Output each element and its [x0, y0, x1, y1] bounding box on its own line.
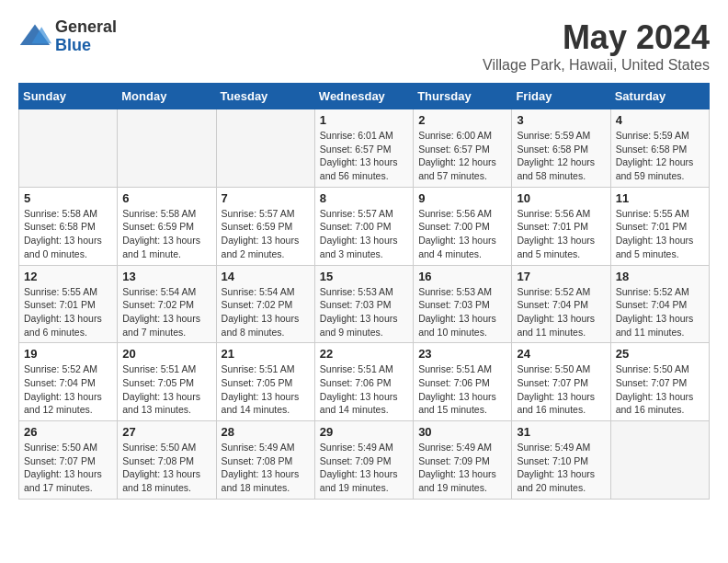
calendar-cell: 11Sunrise: 5:55 AM Sunset: 7:01 PM Dayli…	[610, 187, 709, 265]
day-info: Sunrise: 5:50 AM Sunset: 7:07 PM Dayligh…	[517, 362, 605, 417]
calendar-cell	[610, 421, 709, 500]
header-sunday: Sunday	[19, 84, 118, 109]
calendar-cell: 19Sunrise: 5:52 AM Sunset: 7:04 PM Dayli…	[19, 343, 118, 421]
calendar-cell: 14Sunrise: 5:54 AM Sunset: 7:02 PM Dayli…	[216, 265, 314, 343]
week-row-4: 19Sunrise: 5:52 AM Sunset: 7:04 PM Dayli…	[19, 343, 710, 421]
day-info: Sunrise: 5:55 AM Sunset: 7:01 PM Dayligh…	[24, 285, 112, 339]
day-number: 22	[320, 347, 408, 361]
day-info: Sunrise: 5:56 AM Sunset: 7:01 PM Dayligh…	[517, 207, 605, 261]
day-info: Sunrise: 5:52 AM Sunset: 7:04 PM Dayligh…	[616, 285, 704, 339]
day-number: 4	[616, 113, 704, 127]
calendar-cell: 8Sunrise: 5:57 AM Sunset: 7:00 PM Daylig…	[314, 187, 413, 265]
calendar-cell: 28Sunrise: 5:49 AM Sunset: 7:08 PM Dayli…	[216, 421, 314, 500]
calendar-header: SundayMondayTuesdayWednesdayThursdayFrid…	[19, 84, 710, 109]
day-number: 10	[517, 191, 605, 205]
day-info: Sunrise: 5:51 AM Sunset: 7:05 PM Dayligh…	[122, 362, 210, 417]
day-info: Sunrise: 5:50 AM Sunset: 7:07 PM Dayligh…	[616, 362, 704, 417]
day-number: 6	[122, 191, 210, 205]
week-row-3: 12Sunrise: 5:55 AM Sunset: 7:01 PM Dayli…	[19, 265, 710, 343]
header-monday: Monday	[118, 84, 216, 109]
calendar-cell: 16Sunrise: 5:53 AM Sunset: 7:03 PM Dayli…	[414, 265, 512, 343]
logo: General Blue	[18, 18, 117, 55]
day-info: Sunrise: 6:01 AM Sunset: 6:57 PM Dayligh…	[320, 129, 408, 183]
calendar-cell: 5Sunrise: 5:58 AM Sunset: 6:58 PM Daylig…	[19, 187, 118, 265]
day-number: 1	[320, 113, 408, 127]
calendar-cell: 12Sunrise: 5:55 AM Sunset: 7:01 PM Dayli…	[19, 265, 118, 343]
day-info: Sunrise: 5:52 AM Sunset: 7:04 PM Dayligh…	[517, 285, 605, 339]
day-info: Sunrise: 5:55 AM Sunset: 7:01 PM Dayligh…	[616, 207, 704, 261]
main-title: May 2024	[483, 18, 710, 57]
day-info: Sunrise: 5:56 AM Sunset: 7:00 PM Dayligh…	[418, 207, 506, 261]
calendar-cell: 27Sunrise: 5:50 AM Sunset: 7:08 PM Dayli…	[118, 421, 216, 500]
calendar-cell: 26Sunrise: 5:50 AM Sunset: 7:07 PM Dayli…	[19, 421, 118, 500]
calendar-cell: 10Sunrise: 5:56 AM Sunset: 7:01 PM Dayli…	[512, 187, 610, 265]
day-info: Sunrise: 5:53 AM Sunset: 7:03 PM Dayligh…	[418, 285, 506, 339]
day-number: 26	[24, 425, 112, 439]
logo-general: General	[55, 18, 117, 37]
day-number: 31	[517, 425, 605, 439]
day-number: 23	[418, 347, 506, 361]
day-info: Sunrise: 5:51 AM Sunset: 7:06 PM Dayligh…	[418, 362, 506, 417]
day-number: 15	[320, 270, 408, 283]
calendar-cell: 3Sunrise: 5:59 AM Sunset: 6:58 PM Daylig…	[512, 109, 610, 188]
day-number: 3	[517, 113, 605, 127]
calendar-cell: 7Sunrise: 5:57 AM Sunset: 6:59 PM Daylig…	[216, 187, 314, 265]
day-info: Sunrise: 5:50 AM Sunset: 7:08 PM Dayligh…	[122, 441, 210, 495]
calendar-body: 1Sunrise: 6:01 AM Sunset: 6:57 PM Daylig…	[19, 109, 710, 500]
header-saturday: Saturday	[610, 84, 709, 109]
calendar-cell: 1Sunrise: 6:01 AM Sunset: 6:57 PM Daylig…	[314, 109, 413, 188]
calendar-cell: 31Sunrise: 5:49 AM Sunset: 7:10 PM Dayli…	[512, 421, 610, 500]
day-info: Sunrise: 5:57 AM Sunset: 7:00 PM Dayligh…	[320, 207, 408, 261]
calendar-cell: 15Sunrise: 5:53 AM Sunset: 7:03 PM Dayli…	[314, 265, 413, 343]
calendar-cell: 4Sunrise: 5:59 AM Sunset: 6:58 PM Daylig…	[610, 109, 709, 188]
day-number: 29	[320, 425, 408, 439]
calendar-cell: 30Sunrise: 5:49 AM Sunset: 7:09 PM Dayli…	[414, 421, 512, 500]
day-info: Sunrise: 5:51 AM Sunset: 7:06 PM Dayligh…	[320, 362, 408, 417]
header: General Blue May 2024 Village Park, Hawa…	[18, 18, 710, 74]
header-row: SundayMondayTuesdayWednesdayThursdayFrid…	[19, 84, 710, 109]
calendar-cell: 25Sunrise: 5:50 AM Sunset: 7:07 PM Dayli…	[610, 343, 709, 421]
day-info: Sunrise: 5:49 AM Sunset: 7:08 PM Dayligh…	[222, 441, 310, 495]
calendar-cell: 17Sunrise: 5:52 AM Sunset: 7:04 PM Dayli…	[512, 265, 610, 343]
week-row-2: 5Sunrise: 5:58 AM Sunset: 6:58 PM Daylig…	[19, 187, 710, 265]
day-number: 24	[517, 347, 605, 361]
day-info: Sunrise: 5:57 AM Sunset: 6:59 PM Dayligh…	[222, 207, 310, 261]
day-number: 11	[616, 191, 704, 205]
logo-icon	[18, 20, 51, 53]
logo-blue: Blue	[55, 37, 117, 55]
day-number: 7	[222, 191, 310, 205]
calendar-cell: 22Sunrise: 5:51 AM Sunset: 7:06 PM Dayli…	[314, 343, 413, 421]
calendar-cell: 23Sunrise: 5:51 AM Sunset: 7:06 PM Dayli…	[414, 343, 512, 421]
day-number: 28	[222, 425, 310, 439]
calendar-cell	[19, 109, 118, 188]
week-row-5: 26Sunrise: 5:50 AM Sunset: 7:07 PM Dayli…	[19, 421, 710, 500]
subtitle: Village Park, Hawaii, United States	[483, 57, 710, 74]
day-number: 18	[616, 270, 704, 283]
day-number: 13	[122, 270, 210, 283]
calendar-cell: 13Sunrise: 5:54 AM Sunset: 7:02 PM Dayli…	[118, 265, 216, 343]
calendar-cell: 2Sunrise: 6:00 AM Sunset: 6:57 PM Daylig…	[414, 109, 512, 188]
day-number: 17	[517, 270, 605, 283]
header-thursday: Thursday	[414, 84, 512, 109]
day-info: Sunrise: 5:58 AM Sunset: 6:58 PM Dayligh…	[24, 207, 112, 261]
day-info: Sunrise: 5:54 AM Sunset: 7:02 PM Dayligh…	[222, 285, 310, 339]
day-info: Sunrise: 5:53 AM Sunset: 7:03 PM Dayligh…	[320, 285, 408, 339]
calendar-cell: 9Sunrise: 5:56 AM Sunset: 7:00 PM Daylig…	[414, 187, 512, 265]
week-row-1: 1Sunrise: 6:01 AM Sunset: 6:57 PM Daylig…	[19, 109, 710, 188]
day-number: 9	[418, 191, 506, 205]
day-number: 27	[122, 425, 210, 439]
header-tuesday: Tuesday	[216, 84, 314, 109]
day-info: Sunrise: 5:58 AM Sunset: 6:59 PM Dayligh…	[122, 207, 210, 261]
calendar-cell: 6Sunrise: 5:58 AM Sunset: 6:59 PM Daylig…	[118, 187, 216, 265]
day-number: 8	[320, 191, 408, 205]
day-info: Sunrise: 5:52 AM Sunset: 7:04 PM Dayligh…	[24, 362, 112, 417]
day-number: 2	[418, 113, 506, 127]
day-info: Sunrise: 5:59 AM Sunset: 6:58 PM Dayligh…	[616, 129, 704, 183]
day-number: 19	[24, 347, 112, 361]
day-info: Sunrise: 5:54 AM Sunset: 7:02 PM Dayligh…	[122, 285, 210, 339]
logo-text: General Blue	[55, 18, 117, 55]
day-number: 12	[24, 270, 112, 283]
calendar-cell	[118, 109, 216, 188]
day-info: Sunrise: 6:00 AM Sunset: 6:57 PM Dayligh…	[418, 129, 506, 183]
day-info: Sunrise: 5:49 AM Sunset: 7:09 PM Dayligh…	[418, 441, 506, 495]
